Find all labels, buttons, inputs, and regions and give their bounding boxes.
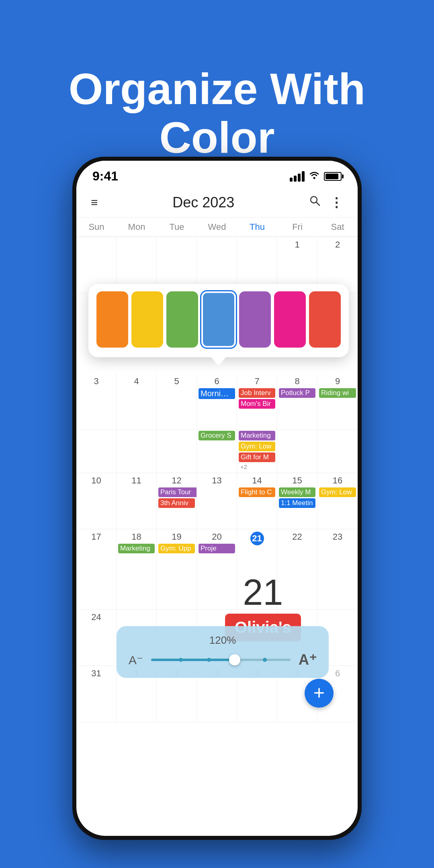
- color-swatch-purple[interactable]: [239, 291, 271, 348]
- hero-title: Organize With Color: [0, 32, 434, 162]
- search-icon[interactable]: [309, 195, 320, 210]
- cal-cell-dec11[interactable]: 11: [117, 473, 157, 529]
- weekday-fri: Fri: [277, 220, 317, 234]
- wifi-icon: [309, 170, 320, 182]
- calendar-content: 1 2 3 4 5 6 Morning R 7 Job Interv Mom's…: [76, 237, 358, 722]
- event-morning[interactable]: Morning R: [199, 388, 235, 399]
- calendar-row-2b: Grocery S Marketing Gym: Low Gift for M …: [76, 428, 358, 473]
- cal-cell-dec12[interactable]: 12 Paris Tour 3th Anniv: [157, 473, 197, 529]
- event-1on1[interactable]: 1:1 Meetin: [279, 498, 315, 508]
- cal-cell-dec4[interactable]: 4: [117, 374, 157, 430]
- font-size-slider[interactable]: 120% A⁻ A⁺: [117, 626, 329, 678]
- color-swatch-orange[interactable]: [96, 291, 128, 348]
- slider-thumb[interactable]: [229, 654, 240, 665]
- phone-screen: 9:41: [76, 161, 358, 836]
- event-marketing-2[interactable]: Marketing: [118, 544, 155, 553]
- cal-cell[interactable]: [157, 428, 197, 473]
- cal-cell-dec13[interactable]: 13: [197, 473, 237, 529]
- cal-cell-dec6[interactable]: 6 Morning R: [197, 374, 237, 430]
- event-gym-upper[interactable]: Gym: Upp: [158, 544, 195, 553]
- cal-cell-dec15[interactable]: 15 Weekly M 1:1 Meetin: [277, 473, 317, 529]
- svg-point-0: [313, 177, 315, 179]
- svg-line-2: [316, 202, 319, 205]
- cal-cell-dec19[interactable]: 19 Gym: Upp: [157, 529, 197, 610]
- weekday-mon: Mon: [117, 220, 157, 234]
- status-bar: 9:41: [76, 161, 358, 188]
- cal-cell-dec31[interactable]: 31: [76, 666, 117, 722]
- fab-add-button[interactable]: +: [305, 679, 334, 708]
- cal-cell[interactable]: [117, 428, 157, 473]
- cal-cell-dec24[interactable]: 24: [76, 610, 117, 666]
- event-potluck[interactable]: Potluck P: [279, 388, 315, 398]
- cal-cell-dec3[interactable]: 3: [76, 374, 117, 430]
- cal-cell-dec10[interactable]: 10: [76, 473, 117, 529]
- event-gym-low[interactable]: Gym: Low: [239, 442, 275, 451]
- cal-cell-dec7[interactable]: 7 Job Interv Mom's Bir: [237, 374, 277, 430]
- event-paris-tour[interactable]: Paris Tour: [158, 487, 197, 497]
- font-size-percent: 120%: [129, 634, 317, 647]
- menu-icon[interactable]: ≡: [91, 196, 98, 209]
- month-title: Dec 2023: [172, 194, 234, 211]
- event-project[interactable]: Proje: [199, 544, 235, 553]
- color-swatch-pink[interactable]: [274, 291, 306, 348]
- cal-cell-dec8[interactable]: 8 Potluck P: [277, 374, 317, 430]
- weekday-tue: Tue: [157, 220, 197, 234]
- cal-cell-dec18[interactable]: 18 Marketing: [117, 529, 157, 610]
- event-interview[interactable]: Job Interv: [239, 388, 275, 398]
- cal-cell[interactable]: [76, 428, 117, 473]
- event-riding[interactable]: Riding wi: [319, 388, 356, 398]
- cal-cell[interactable]: [317, 428, 358, 473]
- color-picker-popup[interactable]: [88, 284, 349, 357]
- event-flight[interactable]: Flight to C: [239, 487, 275, 497]
- cal-cell-dec5[interactable]: 5: [157, 374, 197, 430]
- event-gift[interactable]: Gift for M: [239, 452, 275, 462]
- popup-arrow: [211, 357, 226, 366]
- event-weekly-meeting[interactable]: Weekly M: [279, 487, 315, 497]
- color-swatch-red[interactable]: [309, 291, 341, 348]
- cal-cell[interactable]: Marketing Gym: Low Gift for M +2: [237, 428, 277, 473]
- weekday-thu: Thu: [237, 220, 277, 234]
- hero-section: Organize With Color: [0, 0, 434, 162]
- cal-cell[interactable]: Grocery S: [197, 428, 237, 473]
- cal-cell[interactable]: [277, 428, 317, 473]
- event-anniversary[interactable]: 3th Anniv: [158, 498, 195, 508]
- color-swatch-green[interactable]: [166, 291, 198, 348]
- fab-plus-icon: +: [313, 683, 325, 702]
- status-icons: [290, 170, 342, 182]
- weekday-header: Sun Mon Tue Wed Thu Fri Sat: [76, 218, 358, 237]
- app-header: ≡ Dec 2023 ⋮: [76, 188, 358, 218]
- cal-cell-dec14[interactable]: 14 Flight to C: [237, 473, 277, 529]
- status-time: 9:41: [92, 169, 118, 184]
- weekday-sun: Sun: [76, 220, 117, 234]
- signal-icon: [290, 171, 305, 182]
- phone-frame: 9:41: [72, 157, 362, 840]
- font-increase-label[interactable]: A⁺: [299, 651, 317, 668]
- cal-cell-dec16[interactable]: 16 Gym: Low: [317, 473, 358, 529]
- color-swatches: [96, 291, 341, 348]
- weekday-sat: Sat: [317, 220, 358, 234]
- color-swatch-yellow[interactable]: [131, 291, 163, 348]
- calendar-row-3: 10 11 12 Paris Tour 3th Anniv 13 14 Flig…: [76, 473, 358, 529]
- event-grocery[interactable]: Grocery S: [199, 431, 235, 440]
- weekday-wed: Wed: [197, 220, 237, 234]
- battery-icon: [324, 172, 342, 181]
- cal-cell-dec23[interactable]: 23: [317, 529, 358, 610]
- date-popup-number: 21: [225, 574, 301, 610]
- event-moms-bday[interactable]: Mom's Bir: [239, 399, 275, 409]
- color-swatch-blue[interactable]: [201, 291, 236, 348]
- header-actions: ⋮: [309, 195, 343, 210]
- slider-track[interactable]: [151, 659, 291, 661]
- calendar-row-4: 17 18 Marketing 19 Gym: Upp 20 Proje 21 …: [76, 529, 358, 610]
- slider-row: A⁻ A⁺: [129, 651, 317, 668]
- font-decrease-label[interactable]: A⁻: [129, 653, 143, 667]
- more-count[interactable]: +2: [239, 463, 275, 470]
- event-gym-low-2[interactable]: Gym: Low: [319, 487, 356, 497]
- event-marketing[interactable]: Marketing: [239, 431, 275, 440]
- cal-cell-dec9[interactable]: 9 Riding wi: [317, 374, 358, 430]
- cal-cell-dec17[interactable]: 17: [76, 529, 117, 610]
- more-icon[interactable]: ⋮: [330, 195, 343, 210]
